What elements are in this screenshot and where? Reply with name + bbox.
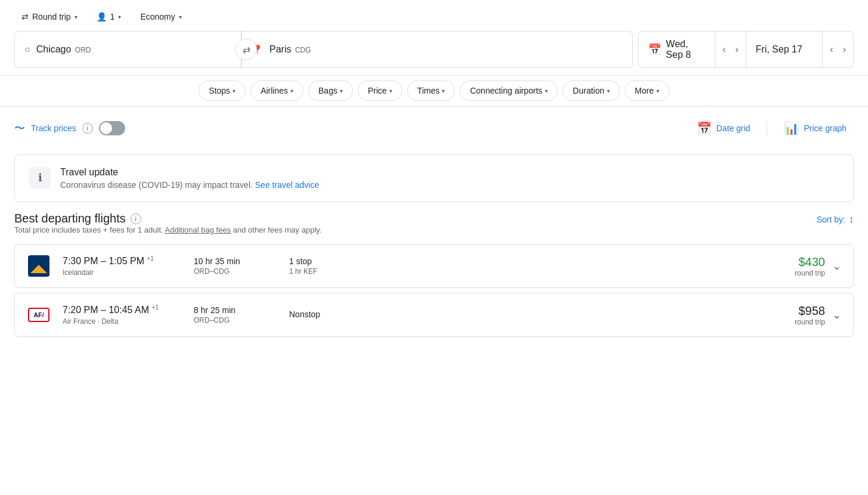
cabin-class-label: Economy — [140, 12, 175, 21]
duration-filter[interactable]: Duration ▾ — [563, 81, 620, 101]
return-prev-btn[interactable]: ‹ — [825, 39, 838, 60]
sort-label: Sort by: — [817, 215, 845, 224]
connecting-airports-label: Connecting airports — [470, 86, 542, 95]
trip-type-btn[interactable]: ⇄ Round trip ▾ — [14, 7, 85, 26]
origin-code: ORD — [75, 46, 91, 54]
sort-icon: ↕ — [849, 214, 854, 225]
times-filter[interactable]: Times ▾ — [407, 81, 455, 101]
travel-update-body: Coronavirus disease (COVID-19) may impac… — [60, 180, 319, 190]
flight-times-1: 7:30 PM – 1:05 PM +1 Icelandair — [63, 255, 182, 276]
route-text-1: ORD–CDG — [194, 267, 277, 276]
connecting-airports-filter[interactable]: Connecting airports ▾ — [460, 81, 557, 101]
depart-date-nav: ‹ › — [715, 32, 746, 67]
view-divider — [767, 121, 767, 135]
stops-detail-1: 1 hr KEF — [289, 267, 385, 276]
time-dash-2: – — [101, 305, 108, 315]
date-grid-btn[interactable]: 📅 Date grid — [690, 116, 758, 140]
route-text-2: ORD–CDG — [194, 316, 277, 324]
icelandair-logo — [28, 255, 49, 277]
destination-field[interactable]: 📍 Paris CDG — [241, 32, 633, 67]
day-offset-1: +1 — [147, 255, 153, 262]
track-prices-label[interactable]: Track prices — [31, 123, 76, 133]
flight-price-1: $430 round trip ⌄ — [795, 255, 841, 277]
flights-info-icon[interactable]: i — [131, 214, 141, 224]
depart-time-1: 7:30 PM — [63, 256, 98, 267]
passengers-label: 1 — [110, 12, 115, 21]
connecting-airports-chevron: ▾ — [545, 88, 548, 94]
price-graph-icon: 📊 — [784, 121, 799, 135]
price-graph-btn[interactable]: 📊 Price graph — [777, 116, 854, 140]
airline-logo-1 — [27, 254, 51, 278]
filter-bar: Stops ▾ Airlines ▾ Bags ▾ Price ▾ Times … — [0, 75, 868, 106]
dest-display: Paris CDG — [269, 44, 311, 55]
flight-times-2: 7:20 PM – 10:45 AM +1 Air France · Delta — [63, 304, 182, 325]
flights-section: Best departing flights i Total price inc… — [0, 212, 868, 337]
times-chevron: ▾ — [442, 88, 445, 94]
time-dash-1: – — [101, 256, 108, 267]
origin-display: Chicago ORD — [36, 44, 91, 55]
stops-filter[interactable]: Stops ▾ — [199, 81, 246, 101]
swap-button[interactable]: ⇄ — [235, 39, 257, 60]
depart-date-field[interactable]: 📅 Wed, Sep 8 — [638, 32, 715, 67]
price-type-2: round trip — [795, 318, 825, 326]
dest-code: CDG — [295, 46, 311, 54]
duration-text-1: 10 hr 35 min — [194, 256, 277, 266]
subtitle-text: Total price includes taxes + fees for 1 … — [14, 225, 163, 234]
depart-prev-btn[interactable]: ‹ — [718, 39, 730, 60]
track-info-icon[interactable]: i — [82, 123, 93, 134]
cabin-class-chevron: ▾ — [179, 14, 182, 20]
travel-advice-link[interactable]: See travel advice — [255, 180, 319, 190]
bags-label: Bags — [318, 86, 337, 95]
flight-price-2: $958 round trip ⌄ — [795, 304, 841, 326]
origin-city: Chicago — [36, 44, 72, 54]
swap-icon: ⇄ — [21, 12, 29, 21]
more-filter[interactable]: More ▾ — [625, 81, 669, 101]
stops-text-2: Nonstop — [289, 310, 385, 319]
person-icon: 👤 — [97, 12, 107, 21]
track-prices-row: 〜 Track prices i 📅 Date grid 📊 Price gra… — [0, 107, 868, 150]
dest-city: Paris — [269, 44, 291, 54]
price-amount-1: $430 — [795, 255, 825, 269]
airlines-chevron: ▾ — [290, 88, 293, 94]
passengers-btn[interactable]: 👤 1 ▾ — [89, 7, 129, 26]
travel-update-text: Travel update Coronavirus disease (COVID… — [60, 167, 319, 190]
flights-header: Best departing flights i Total price inc… — [14, 212, 854, 242]
airlines-filter[interactable]: Airlines ▾ — [250, 81, 303, 101]
bags-chevron: ▾ — [340, 88, 343, 94]
additional-fees-link[interactable]: Additional bag fees — [165, 225, 231, 234]
date-grid-label: Date grid — [717, 123, 751, 133]
return-date-field[interactable]: Fri, Sep 17 — [746, 32, 823, 67]
track-trend-icon: 〜 — [14, 121, 25, 135]
arrive-time-2: 10:45 AM — [108, 305, 149, 315]
flights-title: Best departing flights i — [14, 212, 321, 225]
flight-row-2[interactable]: AF/ 7:20 PM – 10:45 AM +1 Air France · D… — [15, 293, 853, 336]
return-date-nav: ‹ › — [822, 32, 853, 67]
travel-update-title: Travel update — [60, 167, 319, 178]
duration-chevron: ▾ — [607, 88, 610, 94]
return-next-btn[interactable]: › — [838, 39, 851, 60]
sort-by-btn[interactable]: Sort by: ↕ — [817, 212, 854, 225]
airline-logo-2: AF/ — [27, 303, 51, 327]
cabin-class-btn[interactable]: Economy ▾ — [133, 7, 188, 26]
duration-label: Duration — [573, 86, 604, 95]
price-graph-label: Price graph — [804, 123, 847, 133]
expand-btn-1[interactable]: ⌄ — [832, 259, 841, 273]
price-chevron: ▾ — [389, 88, 392, 94]
flights-subtitle: Total price includes taxes + fees for 1 … — [14, 225, 321, 234]
expand-btn-2[interactable]: ⌄ — [832, 308, 841, 321]
travel-update-icon: ℹ — [29, 167, 51, 188]
stops-label: Stops — [209, 86, 230, 95]
flight-card-2: AF/ 7:20 PM – 10:45 AM +1 Air France · D… — [14, 293, 854, 337]
bags-filter[interactable]: Bags ▾ — [308, 81, 353, 101]
af-text: AF — [33, 311, 42, 318]
flights-title-text: Best departing flights — [14, 212, 126, 225]
depart-next-btn[interactable]: › — [730, 39, 743, 60]
origin-field[interactable]: ○ Chicago ORD — [15, 32, 241, 67]
day-offset-2: +1 — [151, 304, 158, 311]
track-prices-toggle[interactable] — [99, 121, 125, 135]
price-filter[interactable]: Price ▾ — [358, 81, 402, 101]
flight-duration-2: 8 hr 25 min ORD–CDG — [194, 305, 277, 324]
calendar-icon: 📅 — [648, 43, 661, 56]
flight-row-1[interactable]: 7:30 PM – 1:05 PM +1 Icelandair 10 hr 35… — [15, 245, 853, 287]
view-buttons: 📅 Date grid 📊 Price graph — [690, 116, 854, 140]
